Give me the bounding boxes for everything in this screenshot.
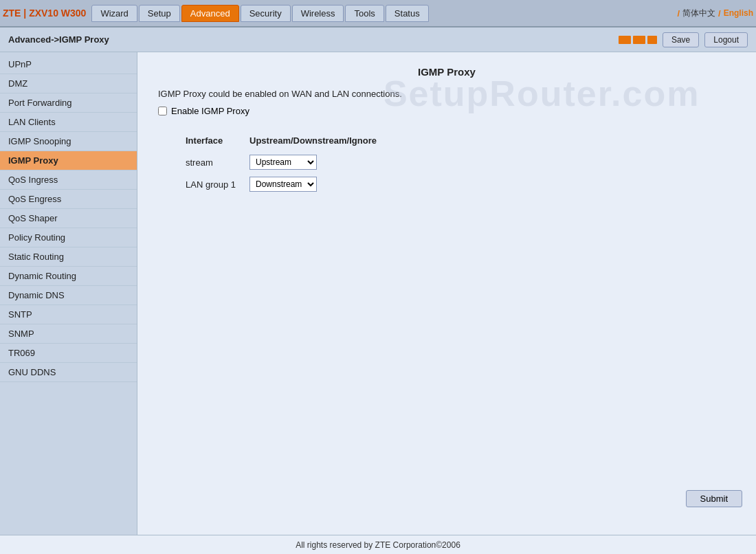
breadcrumb: Advanced->IGMP Proxy bbox=[8, 34, 109, 45]
nav-tab-wireless[interactable]: Wireless bbox=[292, 5, 344, 22]
sidebar-item-dynamic-routing[interactable]: Dynamic Routing bbox=[0, 267, 137, 286]
nav-tab-tools[interactable]: Tools bbox=[345, 5, 383, 22]
submit-row: Submit bbox=[686, 490, 742, 507]
language-section: / 简体中文 / English bbox=[677, 8, 753, 19]
lang-cn[interactable]: 简体中文 bbox=[682, 8, 715, 19]
sidebar-item-qos-ingress[interactable]: QoS Ingress bbox=[0, 170, 137, 190]
enable-igmp-checkbox[interactable] bbox=[158, 107, 167, 115]
sidebar-item-snmp[interactable]: SNMP bbox=[0, 324, 137, 344]
top-navbar: ZTE | ZXV10 W300 WizardSetupAdvancedSecu… bbox=[0, 0, 756, 27]
sidebar-item-port-forwarding[interactable]: Port Forwarding bbox=[0, 93, 137, 113]
nav-tab-advanced[interactable]: Advanced bbox=[181, 5, 239, 22]
nav-tabs: WizardSetupAdvancedSecurityWirelessTools… bbox=[91, 5, 671, 22]
nav-tab-status[interactable]: Status bbox=[386, 5, 429, 22]
sidebar-item-sntp[interactable]: SNTP bbox=[0, 305, 137, 324]
direction-cell-1: UpstreamDownstreamIgnore bbox=[249, 173, 390, 195]
main-layout: UPnPDMZPort ForwardingLAN ClientsIGMP Sn… bbox=[0, 52, 756, 535]
nav-tab-security[interactable]: Security bbox=[241, 5, 291, 22]
lang-separator: / bbox=[718, 8, 721, 19]
submit-button[interactable]: Submit bbox=[686, 490, 742, 507]
lang-divider-icon: / bbox=[677, 8, 680, 19]
nav-tab-wizard[interactable]: Wizard bbox=[91, 5, 137, 22]
router-icon-bar2 bbox=[633, 36, 645, 44]
brand-logo: ZTE | ZXV10 W300 bbox=[3, 8, 86, 19]
direction-select-1[interactable]: UpstreamDownstreamIgnore bbox=[249, 177, 317, 192]
sidebar-item-lan-clients[interactable]: LAN Clients bbox=[0, 113, 137, 132]
description-text: IGMP Proxy could be enabled on WAN and L… bbox=[158, 89, 735, 99]
router-icon-bar3 bbox=[647, 36, 657, 44]
sidebar-item-tr069[interactable]: TR069 bbox=[0, 344, 137, 363]
sidebar-item-static-routing[interactable]: Static Routing bbox=[0, 247, 137, 267]
enable-igmp-row: Enable IGMP Proxy bbox=[158, 106, 735, 116]
interface-cell-0: stream bbox=[186, 151, 249, 173]
interface-table: Interface Upstream/Downstream/Ignore str… bbox=[186, 133, 735, 195]
sidebar: UPnPDMZPort ForwardingLAN ClientsIGMP Sn… bbox=[0, 52, 137, 535]
sidebar-item-igmp-proxy[interactable]: IGMP Proxy bbox=[0, 151, 137, 170]
direction-select-0[interactable]: UpstreamDownstreamIgnore bbox=[249, 155, 317, 170]
breadcrumb-actions: Save Logout bbox=[619, 32, 748, 47]
table-row: streamUpstreamDownstreamIgnore bbox=[186, 151, 390, 173]
table-row: LAN group 1UpstreamDownstreamIgnore bbox=[186, 173, 390, 195]
nav-tab-setup[interactable]: Setup bbox=[139, 5, 180, 22]
sidebar-item-gnu-ddns[interactable]: GNU DDNS bbox=[0, 363, 137, 382]
sidebar-item-igmp-snooping[interactable]: IGMP Snooping bbox=[0, 132, 137, 151]
enable-igmp-label: Enable IGMP Proxy bbox=[171, 106, 249, 116]
save-button[interactable]: Save bbox=[663, 32, 699, 47]
sidebar-item-qos-shaper[interactable]: QoS Shaper bbox=[0, 209, 137, 228]
sidebar-item-qos-engress[interactable]: QoS Engress bbox=[0, 190, 137, 209]
brand-zte: ZTE | bbox=[3, 8, 29, 19]
logout-button[interactable]: Logout bbox=[704, 32, 748, 47]
sidebar-item-dmz[interactable]: DMZ bbox=[0, 74, 137, 93]
footer: All rights reserved by ZTE Corporation©2… bbox=[0, 535, 756, 554]
col-interface-header: Interface bbox=[186, 133, 249, 151]
footer-text: All rights reserved by ZTE Corporation©2… bbox=[296, 540, 460, 550]
breadcrumb-bar: Advanced->IGMP Proxy Save Logout bbox=[0, 27, 756, 52]
sidebar-item-policy-routing[interactable]: Policy Routing bbox=[0, 228, 137, 247]
lang-en[interactable]: English bbox=[724, 8, 753, 18]
interface-cell-1: LAN group 1 bbox=[186, 173, 249, 195]
sidebar-item-dynamic-dns[interactable]: Dynamic DNS bbox=[0, 286, 137, 305]
content-wrapper: SetupRouter.com IGMP Proxy IGMP Proxy co… bbox=[137, 52, 756, 535]
sidebar-item-upnp[interactable]: UPnP bbox=[0, 55, 137, 74]
brand-model: ZXV10 W300 bbox=[29, 8, 86, 19]
router-icon-bar1 bbox=[619, 36, 631, 44]
col-direction-header: Upstream/Downstream/Ignore bbox=[249, 133, 390, 151]
direction-cell-0: UpstreamDownstreamIgnore bbox=[249, 151, 390, 173]
router-icon bbox=[619, 36, 657, 44]
page-title: IGMP Proxy bbox=[158, 66, 735, 78]
content-area: SetupRouter.com IGMP Proxy IGMP Proxy co… bbox=[137, 52, 756, 535]
